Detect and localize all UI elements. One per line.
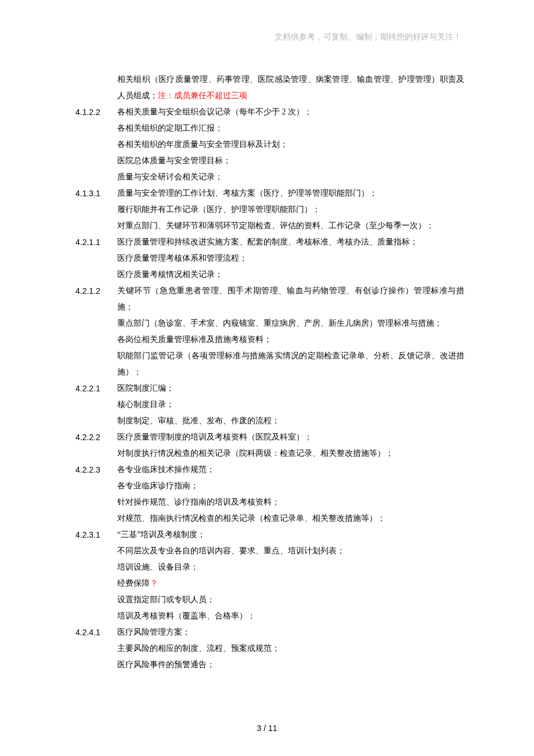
header-note: 文档供参考，可复制、编制，期待您的好评与关注！ bbox=[75, 32, 464, 42]
section: 4.2.1.2关键环节（急危重患者管理、围手术期管理、输血与药物管理、有创诊疗操… bbox=[75, 283, 464, 380]
section-number: 4.2.3.1 bbox=[75, 527, 117, 624]
intro-note-red: 注：成员兼任不超过三项 bbox=[158, 91, 247, 100]
document-page: 文档供参考，可复制、编制，期待您的好评与关注！ 相关组织（医疗质量管理、药事管理… bbox=[0, 0, 534, 756]
section-body: “三基”培训及考核制度；不同层次及专业各自的培训内容、要求、重点、培训计划列表；… bbox=[117, 527, 464, 624]
section-number: 4.2.1.1 bbox=[75, 234, 117, 283]
section-number: 4.2.4.1 bbox=[75, 624, 117, 673]
section-body: 关键环节（急危重患者管理、围手术期管理、输血与药物管理、有创诊疗操作）管理标准与… bbox=[117, 283, 464, 380]
line-text: 不同层次及专业各自的培训内容、要求、重点、培训计划列表； bbox=[117, 546, 345, 555]
section-line: 各相关组织的定期工作汇报； bbox=[117, 120, 464, 136]
section-body: 医院制度汇编；核心制度目录；制度制定、审核、批准、发布、作废的流程； bbox=[117, 380, 464, 429]
section: 4.2.4.1医疗风险管理方案；主要风险的相应的制度、流程、预案或规范；医疗风险… bbox=[75, 624, 464, 673]
section-body: 各相关质量与安全组织会议记录（每年不少于 2 次）；各相关组织的定期工作汇报；各… bbox=[117, 104, 464, 185]
section-line: 对规范、指南执行情况检查的相关记录（检查记录单、相关整改措施等）； bbox=[117, 510, 464, 527]
section-number-empty bbox=[75, 71, 117, 104]
section-line: 履行职能并有工作记录（医疗、护理等管理职能部门）； bbox=[117, 201, 464, 218]
section-body: 医疗质量管理和持续改进实施方案、配套的制度、考核标准、考核办法、质量指标；医疗质… bbox=[117, 234, 464, 283]
section-line: 针对操作规范、诊疗指南的培训及考核资料； bbox=[117, 494, 464, 510]
section-line: “三基”培训及考核制度； bbox=[117, 527, 464, 543]
line-text: “三基”培训及考核制度； bbox=[117, 530, 205, 539]
line-red: ？ bbox=[150, 579, 158, 588]
line-text: 经费保障 bbox=[117, 579, 150, 588]
section-line: 重点部门（急诊室、手术室、内窥镜室、重症病房、产房、新生儿病房）管理标准与措施； bbox=[117, 315, 464, 332]
section-line: 不同层次及专业各自的培训内容、要求、重点、培训计划列表； bbox=[117, 543, 464, 559]
section-number: 4.2.2.2 bbox=[75, 429, 117, 462]
section-line: 医疗质量管理考核体系和管理流程； bbox=[117, 250, 464, 267]
section-line: 医院制度汇编； bbox=[117, 380, 464, 397]
section-line: 各专业临床诊疗指南； bbox=[117, 478, 464, 494]
section-body: 医疗风险管理方案；主要风险的相应的制度、流程、预案或规范；医疗风险事件的预警通告… bbox=[117, 624, 464, 673]
section: 4.2.1.1医疗质量管理和持续改进实施方案、配套的制度、考核标准、考核办法、质… bbox=[75, 234, 464, 283]
section: 4.2.2.2医疗质量管理制度的培训及考核资料（医院及科室）；对制度执行情况检查… bbox=[75, 429, 464, 462]
section: 4.2.3.1“三基”培训及考核制度；不同层次及专业各自的培训内容、要求、重点、… bbox=[75, 527, 464, 624]
section-number: 4.2.2.1 bbox=[75, 380, 117, 429]
intro-block: 相关组织（医疗质量管理、药事管理、医院感染管理、病案管理、输血管理、护理管理）职… bbox=[75, 71, 464, 104]
page-number: 3 / 11 bbox=[0, 723, 534, 733]
section-body: 医疗质量管理制度的培训及考核资料（医院及科室）；对制度执行情况检查的相关记录（院… bbox=[117, 429, 464, 462]
line-text: 培训及考核资料（覆盖率、合格率）； bbox=[117, 611, 255, 620]
section-line: 医疗风险管理方案； bbox=[117, 624, 464, 640]
line-text: 设置指定部门或专职人员； bbox=[117, 595, 215, 604]
section: 4.1.2.2各相关质量与安全组织会议记录（每年不少于 2 次）；各相关组织的定… bbox=[75, 104, 464, 185]
section: 4.2.2.1医院制度汇编；核心制度目录；制度制定、审核、批准、发布、作废的流程… bbox=[75, 380, 464, 429]
section-line: 对制度执行情况检查的相关记录（院科两级：检查记录、相关整改措施等）； bbox=[117, 445, 464, 462]
section-line: 经费保障？ bbox=[117, 575, 464, 592]
section-line: 医院总体质量与安全管理目标； bbox=[117, 153, 464, 169]
section-line: 质量与安全管理的工作计划、考核方案（医疗、护理等管理职能部门）； bbox=[117, 185, 464, 201]
section: 4.2.2.3各专业临床技术操作规范；各专业临床诊疗指南；针对操作规范、诊疗指南… bbox=[75, 462, 464, 527]
section-line: 培训设施、设备目录； bbox=[117, 559, 464, 575]
section-line: 医疗质量考核情况相关记录； bbox=[117, 267, 464, 283]
section-line: 各相关组织的年度质量与安全管理目标及计划； bbox=[117, 136, 464, 153]
section-number: 4.2.2.3 bbox=[75, 462, 117, 527]
section-number: 4.1.3.1 bbox=[75, 185, 117, 234]
section-line: 医疗质量管理制度的培训及考核资料（医院及科室）； bbox=[117, 429, 464, 445]
sections-container: 4.1.2.2各相关质量与安全组织会议记录（每年不少于 2 次）；各相关组织的定… bbox=[75, 104, 464, 673]
section-line: 主要风险的相应的制度、流程、预案或规范； bbox=[117, 640, 464, 657]
section-line: 职能部门监管记录（各项管理标准与措施落实情况的定期检查记录单、分析、反馈记录、改… bbox=[117, 348, 464, 380]
section-line: 对重点部门、关键环节和薄弱环节定期检查、评估的资料、工作记录（至少每季一次）； bbox=[117, 218, 464, 234]
section-number: 4.1.2.2 bbox=[75, 104, 117, 185]
section-line: 各岗位相关质量管理标准及措施考核资料； bbox=[117, 332, 464, 348]
section-line: 培训及考核资料（覆盖率、合格率）； bbox=[117, 608, 464, 624]
section: 4.1.3.1质量与安全管理的工作计划、考核方案（医疗、护理等管理职能部门）；履… bbox=[75, 185, 464, 234]
section-line: 医疗风险事件的预警通告； bbox=[117, 657, 464, 673]
section-line: 各相关质量与安全组织会议记录（每年不少于 2 次）； bbox=[117, 104, 464, 120]
section-number: 4.2.1.2 bbox=[75, 283, 117, 380]
section-body: 各专业临床技术操作规范；各专业临床诊疗指南；针对操作规范、诊疗指南的培训及考核资… bbox=[117, 462, 464, 527]
section-line: 设置指定部门或专职人员； bbox=[117, 592, 464, 608]
section-line: 各专业临床技术操作规范； bbox=[117, 462, 464, 478]
section-line: 医疗质量管理和持续改进实施方案、配套的制度、考核标准、考核办法、质量指标； bbox=[117, 234, 464, 250]
section-line: 关键环节（急危重患者管理、围手术期管理、输血与药物管理、有创诊疗操作）管理标准与… bbox=[117, 283, 464, 315]
section-body: 质量与安全管理的工作计划、考核方案（医疗、护理等管理职能部门）；履行职能并有工作… bbox=[117, 185, 464, 234]
line-text: 培训设施、设备目录； bbox=[117, 563, 199, 571]
section-line: 制度制定、审核、批准、发布、作废的流程； bbox=[117, 413, 464, 429]
intro-body: 相关组织（医疗质量管理、药事管理、医院感染管理、病案管理、输血管理、护理管理）职… bbox=[117, 71, 464, 104]
section-line: 质量与安全研讨会相关记录； bbox=[117, 169, 464, 185]
section-line: 核心制度目录； bbox=[117, 397, 464, 413]
